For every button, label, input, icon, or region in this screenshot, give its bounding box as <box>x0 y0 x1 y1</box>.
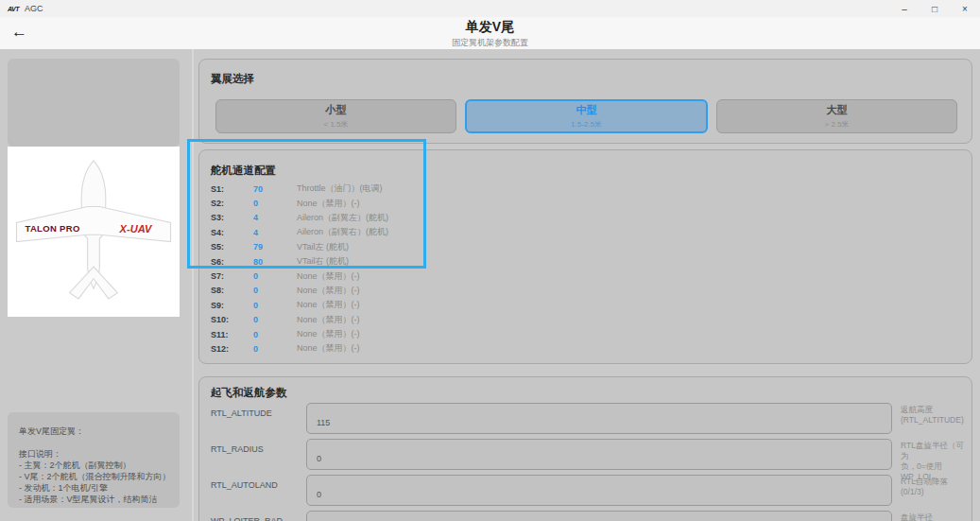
servo-function: None（禁用）(-) <box>297 314 957 326</box>
maximize-button[interactable]: □ <box>920 0 950 17</box>
titlebar: AVT AGC – □ × <box>0 0 980 17</box>
servo-channel-label: S3: <box>211 213 253 222</box>
servo-rows: S1:70Throttle（油门）(电调)S2:0None（禁用）(-)S3:4… <box>211 182 957 356</box>
servo-row: S8:0None（禁用）(-) <box>211 284 957 298</box>
param-input-rtl_autoland[interactable] <box>306 475 892 506</box>
description-line: - V尾：2个舵机（混合控制升降和方向） <box>19 471 168 482</box>
servo-channel-section: 舵机通道配置 S1:70Throttle（油门）(电调)S2:0None（禁用）… <box>198 149 972 364</box>
app-name: AGC <box>25 4 43 13</box>
servo-row: S12:0None（禁用）(-) <box>211 341 957 356</box>
servo-channel-label: S12: <box>211 344 253 354</box>
servo-value[interactable]: 4 <box>253 228 297 237</box>
servo-channel-label: S5: <box>211 242 253 252</box>
param-row: RTL_AUTOLANDRTL自动降落(0/1/3) <box>199 475 973 506</box>
servo-value[interactable]: 0 <box>253 271 297 281</box>
servo-channel-label: S4: <box>211 228 253 237</box>
page-subtitle: 固定翼机架参数配置 <box>0 37 980 49</box>
wingspan-options: 小型< 1.5米中型1.5-2.5米大型> 2.5米 <box>215 99 957 133</box>
description-line: - 主翼：2个舵机（副翼控制） <box>19 460 168 471</box>
servo-channel-label: S7: <box>211 271 253 281</box>
wingspan-option-button[interactable]: 大型> 2.5米 <box>716 99 957 133</box>
servo-row: S7:0None（禁用）(-) <box>211 269 957 283</box>
wingspan-section-title: 翼展选择 <box>211 72 254 86</box>
wingspan-option-button[interactable]: 小型< 1.5米 <box>215 99 456 133</box>
param-name-label: WP_LOITER_RAD <box>211 516 283 521</box>
servo-row: S1:70Throttle（油门）(电调) <box>211 182 957 196</box>
param-hint: RTL自动降落(0/1/3) <box>901 477 971 497</box>
servo-function: Throttle（油门）(电调) <box>297 182 957 195</box>
servo-row: S2:0None（禁用）(-) <box>211 196 957 210</box>
minimize-button[interactable]: – <box>889 0 920 17</box>
description-line: - 适用场景：V型尾翼设计，结构简洁 <box>19 494 168 505</box>
servo-value[interactable]: 0 <box>253 301 297 310</box>
servo-channel-label: S9: <box>211 301 253 310</box>
servo-value[interactable]: 0 <box>253 199 297 208</box>
description-line: 单发V尾固定翼： <box>19 425 168 437</box>
servo-row: S11:0None（禁用）(-) <box>211 327 957 341</box>
description-line: 接口说明： <box>19 448 168 460</box>
close-button[interactable]: × <box>950 0 980 17</box>
wingspan-option-range: 1.5-2.5米 <box>571 119 602 130</box>
servo-row: S3:4Aileron（副翼左）(舵机) <box>211 211 957 225</box>
param-input-rtl_altitude[interactable] <box>306 403 892 434</box>
description-line: - 发动机：1个电机/引擎 <box>19 482 168 494</box>
servo-function: None（禁用）(-) <box>297 270 957 283</box>
servo-channel-label: S2: <box>211 199 253 208</box>
wingspan-option-label: 中型 <box>576 103 597 117</box>
wingspan-option-button[interactable]: 中型1.5-2.5米 <box>465 99 708 133</box>
window-controls: – □ × <box>889 0 980 17</box>
page-header: ← 单发V尾 固定翼机架参数配置 <box>0 17 980 49</box>
wing-text-left: TALON PRO <box>25 223 79 234</box>
param-hint-line: 盘旋半径 <box>901 512 971 521</box>
param-input-rtl_radius[interactable] <box>306 439 892 470</box>
param-row: WP_LOITER_RAD盘旋半径 <box>199 511 973 521</box>
param-hint: 返航高度(RTL_ALTITUDE) <box>901 405 971 425</box>
wingspan-section: 翼展选择 小型< 1.5米中型1.5-2.5米大型> 2.5米 <box>198 59 972 144</box>
servo-channel-label: S11: <box>211 330 253 339</box>
app-window: AVT AGC – □ × ← 单发V尾 固定翼机架参数配置 TALON PRO… <box>0 0 980 521</box>
aircraft-description-panel: 单发V尾固定翼： 接口说明：- 主翼：2个舵机（副翼控制）- V尾：2个舵机（混… <box>8 412 180 508</box>
param-hint-line: 返航高度 <box>901 405 971 415</box>
sidebar-placeholder-box <box>8 59 180 147</box>
param-hint: 盘旋半径 <box>901 512 971 521</box>
sidebar-divider <box>192 49 194 521</box>
servo-function: None（禁用）(-) <box>297 198 957 210</box>
description-line <box>19 437 168 448</box>
servo-function: Aileron（副翼右）(舵机) <box>297 226 957 238</box>
servo-row: S6:80VTail右 (舵机) <box>211 254 957 269</box>
param-hint-line: RTL自动降落 <box>901 477 971 487</box>
servo-row: S5:79VTail左 (舵机) <box>211 240 957 254</box>
servo-function: None（禁用）(-) <box>297 285 957 297</box>
param-name-label: RTL_RADIUS <box>211 444 264 454</box>
param-row: RTL_RADIUSRTL盘旋半径（可为负，0=使用WP_LOI.. <box>199 439 973 470</box>
servo-channel-label: S8: <box>211 286 253 295</box>
param-input-wp_loiter_rad[interactable] <box>306 511 892 521</box>
aircraft-top-view: TALON PRO X-UAV <box>8 147 180 317</box>
servo-value[interactable]: 80 <box>253 257 297 267</box>
param-hint-line: (RTL_ALTITUDE) <box>901 415 971 425</box>
servo-function: Aileron（副翼左）(舵机) <box>297 212 957 224</box>
servo-row: S4:4Aileron（副翼右）(舵机) <box>211 225 957 239</box>
wingspan-option-range: < 1.5米 <box>323 119 348 130</box>
wing-text-right: X-UAV <box>119 223 153 234</box>
wingspan-option-range: > 2.5米 <box>824 119 849 130</box>
servo-channel-label: S10: <box>211 315 253 324</box>
servo-function: None（禁用）(-) <box>297 342 957 355</box>
servo-value[interactable]: 79 <box>253 242 297 252</box>
servo-function: None（禁用）(-) <box>297 299 957 311</box>
param-name-label: RTL_ALTITUDE <box>211 408 272 418</box>
wingspan-option-label: 大型 <box>827 103 848 117</box>
servo-value[interactable]: 4 <box>253 213 297 222</box>
wingspan-option-label: 小型 <box>326 103 347 117</box>
param-name-label: RTL_AUTOLAND <box>211 480 278 490</box>
servo-value[interactable]: 0 <box>253 330 297 339</box>
page-title: 单发V尾 <box>0 19 980 36</box>
servo-channel-label: S6: <box>211 257 253 267</box>
servo-value[interactable]: 0 <box>253 344 297 354</box>
servo-value[interactable]: 0 <box>253 286 297 295</box>
flight-params-section: 起飞和返航参数 RTL_ALTITUDE返航高度(RTL_ALTITUDE)RT… <box>198 376 972 521</box>
servo-value[interactable]: 70 <box>253 184 297 194</box>
servo-row: S10:0None（禁用）(-) <box>211 313 957 327</box>
servo-value[interactable]: 0 <box>253 315 297 324</box>
param-row: RTL_ALTITUDE返航高度(RTL_ALTITUDE) <box>199 403 973 434</box>
